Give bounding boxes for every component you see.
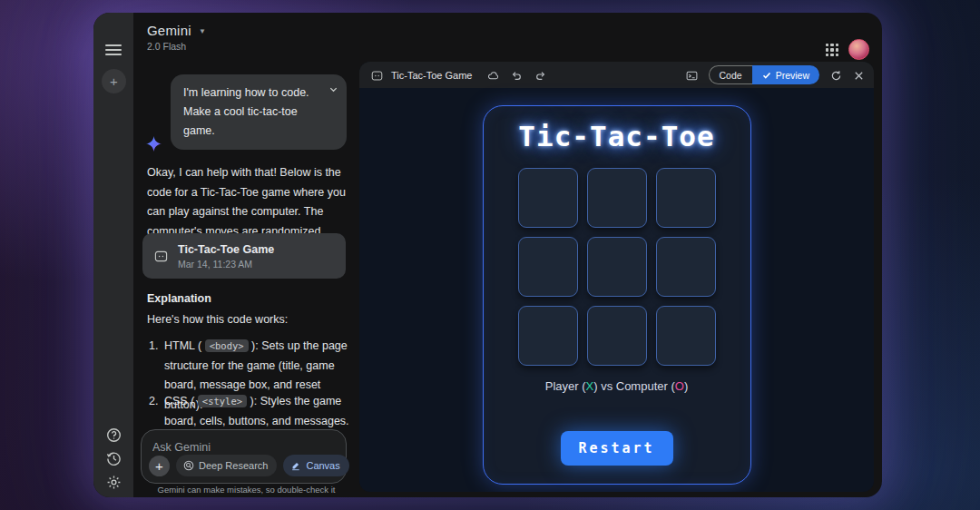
user-message-text: I'm learning how to code. Make a cool ti… (183, 86, 309, 137)
undo-icon[interactable] (511, 69, 523, 81)
tictactoe-container: Tic-Tac-Toe Player (X) vs Computer (O) R… (483, 105, 751, 485)
board-cell[interactable] (518, 168, 578, 228)
board-cell[interactable] (518, 306, 578, 366)
redo-icon[interactable] (534, 69, 546, 81)
code-chip: <body> (205, 339, 249, 352)
game-status-text: Player (X) vs Computer (O) (545, 379, 689, 393)
code-chip: <style> (198, 395, 247, 407)
game-title: Tic-Tac-Toe (518, 120, 714, 152)
check-icon (762, 71, 771, 80)
console-panel-icon[interactable] (686, 69, 698, 81)
canvas-doc-icon (154, 250, 168, 263)
preview-tab[interactable]: Preview (752, 65, 819, 84)
add-attachment-button[interactable]: + (149, 456, 170, 476)
restart-button[interactable]: Restart (561, 431, 673, 466)
canvas-doc-icon (371, 69, 383, 81)
model-selector[interactable]: Gemini ▼ (147, 23, 206, 38)
menu-icon[interactable] (105, 44, 122, 55)
new-chat-button[interactable]: + (102, 69, 126, 93)
left-rail: + (93, 13, 133, 497)
help-icon[interactable] (106, 427, 122, 443)
artifact-timestamp: Mar 14, 11:23 AM (178, 259, 274, 270)
artifact-title: Tic-Tac-Toe Game (178, 243, 274, 256)
board-cell[interactable] (656, 237, 716, 297)
canvas-panel: Tic-Tac-Toe Game (359, 62, 874, 492)
chevron-down-icon: ▼ (199, 27, 206, 35)
canvas-doc-title: Tic-Tac-Toe Game (391, 70, 472, 81)
board-cell[interactable] (587, 168, 647, 228)
board-cell[interactable] (587, 237, 647, 297)
deep-research-icon (183, 460, 194, 471)
board-cell[interactable] (587, 306, 647, 366)
canvas-header: Tic-Tac-Toe Game (359, 62, 874, 88)
model-version: 2.0 Flash (147, 41, 206, 52)
player-x-symbol: X (586, 379, 594, 393)
canvas-pen-icon (290, 460, 301, 471)
board-cell[interactable] (656, 168, 716, 228)
game-board (518, 168, 716, 366)
ask-gemini-input[interactable] (152, 441, 336, 454)
close-icon[interactable] (853, 69, 865, 81)
settings-gear-icon[interactable] (106, 475, 122, 490)
chat-column: Gemini ▼ 2.0 Flash I'm learning how to c… (133, 13, 359, 497)
gemini-app-window: + (93, 13, 882, 497)
board-cell[interactable] (656, 306, 716, 366)
code-tab[interactable]: Code (709, 65, 752, 84)
board-cell[interactable] (518, 237, 578, 297)
explanation-heading: Explanation (147, 292, 211, 305)
google-apps-icon[interactable] (826, 44, 838, 56)
user-message-bubble: I'm learning how to code. Make a cool ti… (171, 74, 347, 150)
plus-icon: + (110, 74, 118, 89)
disclaimer-text: Gemini can make mistakes, so double-chec… (133, 485, 359, 495)
canvas-chip[interactable]: Canvas (283, 455, 348, 476)
expand-message-icon[interactable] (328, 84, 338, 94)
user-avatar[interactable] (848, 39, 869, 60)
deep-research-chip[interactable]: Deep Research (176, 455, 277, 476)
app-title: Gemini (147, 23, 191, 38)
computer-o-symbol: O (675, 379, 684, 393)
gemini-sparkle-icon (146, 136, 162, 152)
game-preview-area: Tic-Tac-Toe Player (X) vs Computer (O) R… (359, 88, 874, 492)
history-icon[interactable] (106, 451, 122, 466)
assistant-response-text: Okay, I can help with that! Below is the… (147, 163, 354, 242)
share-export-icon[interactable] (487, 69, 499, 81)
explanation-intro: Here's how this code works: (147, 313, 288, 326)
code-preview-toggle: Code Preview (709, 65, 819, 84)
artifact-card[interactable]: Tic-Tac-Toe Game Mar 14, 11:23 AM (142, 233, 346, 279)
refresh-icon[interactable] (830, 69, 842, 81)
prompt-input-card: + Deep Research Canvas (141, 429, 347, 484)
